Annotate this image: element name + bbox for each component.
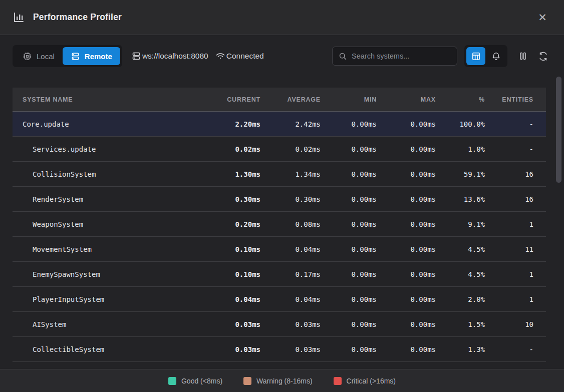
table-row[interactable]: PlayerInputSystem 0.04ms 0.04ms 0.00ms 0… — [13, 287, 546, 312]
table-body: Core.update 2.20ms 2.42ms 0.00ms 0.00ms … — [13, 112, 546, 362]
average-ms-cell: 0.04ms — [260, 295, 321, 303]
min-ms-cell: 0.00ms — [321, 220, 377, 228]
refresh-button[interactable] — [534, 47, 551, 65]
column-header-entities[interactable]: ENTITIES — [485, 96, 533, 103]
average-ms-cell: 0.04ms — [260, 245, 321, 253]
entities-cell: - — [485, 145, 533, 153]
min-ms-cell: 0.00ms — [321, 345, 377, 353]
percent-cell: 4.5% — [436, 245, 485, 253]
min-ms-cell: 0.00ms — [321, 145, 377, 153]
min-ms-cell: 0.00ms — [321, 170, 377, 178]
vertical-scrollbar-thumb[interactable] — [556, 77, 561, 183]
legend-item-good: Good (<8ms) — [168, 377, 222, 385]
page-title: Performance Profiler — [33, 12, 122, 23]
table-row[interactable]: MovementSystem 0.10ms 0.04ms 0.00ms 0.00… — [13, 237, 546, 262]
connection-status-label: Connected — [226, 52, 264, 61]
endpoint-url: ws://localhost:8080 — [142, 52, 208, 61]
endpoint-status: ws://localhost:8080 — [131, 51, 208, 61]
table-row[interactable]: EnemySpawnSystem 0.10ms 0.17ms 0.00ms 0.… — [13, 262, 546, 287]
table-view-button[interactable] — [466, 47, 485, 65]
entities-cell: - — [485, 120, 533, 128]
percent-cell: 13.6% — [436, 195, 485, 203]
system-name-cell: MovementSystem — [13, 245, 190, 253]
current-ms-cell: 0.04ms — [190, 295, 260, 303]
percent-cell: 59.1% — [436, 170, 485, 178]
server-icon — [71, 52, 80, 61]
percent-cell: 100.0% — [436, 120, 485, 128]
pause-icon — [519, 52, 527, 61]
table-row[interactable]: Core.update 2.20ms 2.42ms 0.00ms 0.00ms … — [13, 112, 546, 137]
system-name-cell: CollisionSystem — [13, 170, 190, 178]
legend-warning-label: Warning (8-16ms) — [256, 377, 313, 385]
percent-cell: 1.3% — [436, 345, 485, 353]
column-header-percent[interactable]: % — [436, 96, 485, 103]
current-ms-cell: 2.20ms — [190, 120, 260, 128]
remote-button[interactable]: Remote — [63, 47, 120, 65]
table-row[interactable]: CollectibleSystem 0.03ms 0.03ms 0.00ms 0… — [13, 337, 546, 362]
table-row[interactable]: CollisionSystem 1.30ms 1.34ms 0.00ms 0.0… — [13, 162, 546, 187]
average-ms-cell: 0.08ms — [260, 220, 321, 228]
current-ms-cell: 0.02ms — [190, 145, 260, 153]
vertical-scrollbar-track[interactable] — [555, 74, 562, 369]
refresh-icon — [538, 52, 548, 61]
min-ms-cell: 0.00ms — [321, 320, 377, 328]
system-name-cell: EnemySpawnSystem — [13, 270, 190, 278]
entities-cell: 16 — [485, 170, 533, 178]
critical-swatch-icon — [334, 377, 342, 385]
column-header-min[interactable]: MIN — [321, 96, 377, 103]
table-row[interactable]: AISystem 0.03ms 0.03ms 0.00ms 0.00ms 1.5… — [13, 312, 546, 337]
source-toggle-group: Local Remote — [13, 45, 122, 67]
current-ms-cell: 0.30ms — [190, 195, 260, 203]
warning-swatch-icon — [243, 377, 251, 385]
current-ms-cell: 1.30ms — [190, 170, 260, 178]
max-ms-cell: 0.00ms — [377, 345, 436, 353]
title-bar: Performance Profiler ✕ — [0, 0, 564, 35]
search-icon — [339, 52, 347, 61]
column-header-system-name[interactable]: SYSTEM NAME — [13, 96, 190, 103]
min-ms-cell: 0.00ms — [321, 270, 377, 278]
column-header-current[interactable]: CURRENT — [190, 96, 260, 103]
search-box — [332, 47, 457, 66]
system-name-cell: PlayerInputSystem — [13, 295, 190, 303]
min-ms-cell: 0.00ms — [321, 295, 377, 303]
entities-cell: 1 — [485, 295, 533, 303]
search-input[interactable] — [352, 52, 451, 60]
legend-good-label: Good (<8ms) — [181, 377, 222, 385]
min-ms-cell: 0.00ms — [321, 120, 377, 128]
column-header-average[interactable]: AVERAGE — [260, 96, 321, 103]
current-ms-cell: 0.10ms — [190, 245, 260, 253]
pause-button[interactable] — [514, 47, 531, 65]
max-ms-cell: 0.00ms — [377, 245, 436, 253]
max-ms-cell: 0.00ms — [377, 195, 436, 203]
table-row[interactable]: RenderSystem 0.30ms 0.30ms 0.00ms 0.00ms… — [13, 187, 546, 212]
entities-cell: 1 — [485, 270, 533, 278]
max-ms-cell: 0.00ms — [377, 270, 436, 278]
notifications-button[interactable] — [486, 47, 505, 65]
average-ms-cell: 0.17ms — [260, 270, 321, 278]
bell-icon — [491, 52, 501, 61]
percent-cell: 1.5% — [436, 320, 485, 328]
table-row[interactable]: WeaponSystem 0.20ms 0.08ms 0.00ms 0.00ms… — [13, 212, 546, 237]
max-ms-cell: 0.00ms — [377, 295, 436, 303]
current-ms-cell: 0.10ms — [190, 270, 260, 278]
table-header-row: SYSTEM NAME CURRENT AVERAGE MIN MAX % EN… — [13, 88, 546, 112]
good-swatch-icon — [168, 377, 176, 385]
max-ms-cell: 0.00ms — [377, 220, 436, 228]
close-button[interactable]: ✕ — [535, 10, 550, 25]
entities-cell: 11 — [485, 245, 533, 253]
system-name-cell: WeaponSystem — [13, 220, 190, 228]
legend-item-warning: Warning (8-16ms) — [243, 377, 313, 385]
remote-button-label: Remote — [85, 52, 112, 61]
percent-cell: 1.0% — [436, 145, 485, 153]
average-ms-cell: 0.02ms — [260, 145, 321, 153]
table-row[interactable]: Services.update 0.02ms 0.02ms 0.00ms 0.0… — [13, 137, 546, 162]
legend-item-critical: Critical (>16ms) — [334, 377, 396, 385]
local-button[interactable]: Local — [15, 47, 63, 65]
average-ms-cell: 0.03ms — [260, 345, 321, 353]
average-ms-cell: 1.34ms — [260, 170, 321, 178]
current-ms-cell: 0.03ms — [190, 320, 260, 328]
average-ms-cell: 2.42ms — [260, 120, 321, 128]
entities-cell: 10 — [485, 320, 533, 328]
percent-cell: 2.0% — [436, 295, 485, 303]
column-header-max[interactable]: MAX — [377, 96, 436, 103]
